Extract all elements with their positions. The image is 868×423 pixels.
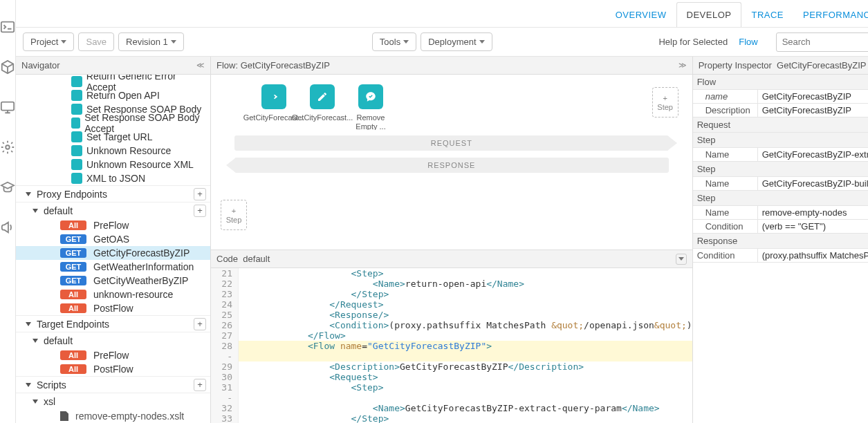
inspector-header: Property Inspector GetCityForecastByZIP … (693, 57, 868, 75)
collapse-flow-icon[interactable]: ≫ (678, 61, 687, 70)
graduate-icon[interactable] (0, 180, 15, 195)
inspector-section: Request (693, 118, 868, 133)
svg-point-2 (6, 145, 10, 149)
svg-rect-1 (1, 102, 14, 111)
policy-item[interactable]: Set Response SOAP Body Accept (16, 116, 210, 130)
svg-rect-0 (1, 22, 14, 32)
flow-row[interactable]: AllPostFlow (16, 301, 210, 315)
add-button[interactable]: + (194, 188, 206, 200)
add-button[interactable]: + (194, 379, 206, 391)
code-line[interactable]: 31 - <Step> (211, 382, 692, 403)
flow-row[interactable]: Allunknown-resource (16, 288, 210, 301)
deployment-dropdown[interactable]: Deployment (421, 32, 492, 51)
policy-icon (71, 90, 82, 101)
save-button[interactable]: Save (78, 32, 114, 51)
megaphone-icon[interactable] (0, 220, 15, 235)
flow-row[interactable]: AllPostFlow (16, 362, 210, 376)
navigator-header: Navigator ≪ (16, 57, 210, 75)
add-button[interactable]: + (194, 318, 206, 330)
monitor-icon[interactable] (0, 100, 15, 115)
code-line[interactable]: 33 </Step> (211, 413, 692, 423)
code-line[interactable]: 21 <Step> (211, 268, 692, 279)
nav-group[interactable]: Proxy Endpoints+ (16, 185, 210, 202)
flow-header: Flow: GetCityForecastByZIP ≫ (211, 57, 692, 75)
code-line[interactable]: 26 <Condition>(proxy.pathsuffix MatchesP… (211, 320, 692, 330)
policy-item[interactable]: Unknown Resource (16, 144, 210, 158)
add-step-response[interactable]: +Step (221, 200, 247, 230)
policy-item[interactable]: Return Generic Error Accept (16, 75, 210, 88)
nav-subgroup[interactable]: default+ (16, 202, 210, 218)
inspector-row: NameGetCityForecastByZIP-build-soap (693, 177, 868, 191)
step-icon (358, 84, 383, 109)
flow-step[interactable]: GetCityForecast... (302, 84, 342, 130)
inspector-section: Step (693, 133, 868, 148)
app-sidebar (0, 0, 16, 423)
code-line[interactable]: 29 <Description>GetCityForecastByZIP</De… (211, 361, 692, 372)
tools-dropdown[interactable]: Tools (372, 32, 416, 51)
flow-row[interactable]: GETGetCityForecastByZIP (16, 246, 210, 260)
inspector-section: Response (693, 234, 868, 249)
flow-step[interactable]: GetCityForecast... (254, 84, 294, 130)
tab-performance[interactable]: PERFORMANCE (793, 3, 868, 27)
policy-icon (71, 118, 80, 129)
flow-row[interactable]: GETGetOAS (16, 232, 210, 246)
flow-step[interactable]: Remove Empty ... (351, 84, 391, 130)
project-dropdown[interactable]: Project (23, 32, 74, 51)
file-icon (60, 411, 68, 421)
request-bar: REQUEST (234, 135, 669, 151)
collapse-icon[interactable]: ≪ (196, 61, 205, 70)
top-tabs: OVERVIEWDEVELOPTRACEPERFORMANCE (16, 0, 868, 28)
code-line[interactable]: 23 </Step> (211, 289, 692, 299)
inspector-section: Step (693, 162, 868, 177)
tab-develop[interactable]: DEVELOP (676, 2, 742, 27)
inspector-section: Flow (693, 75, 868, 90)
script-file[interactable]: remove-empty-nodes.xslt (16, 409, 210, 423)
revision-dropdown[interactable]: Revision 1 (118, 32, 184, 51)
search-box (776, 32, 868, 52)
code-line[interactable]: 24 </Request> (211, 299, 692, 310)
terminal-icon[interactable] (0, 19, 15, 35)
inspector-row: Condition(verb == "GET") (693, 220, 868, 234)
nav-group[interactable]: Target Endpoints+ (16, 315, 210, 332)
search-input[interactable] (776, 32, 868, 52)
code-line[interactable]: 32 <Name>GetCityForecastByZIP-extract-qu… (211, 403, 692, 413)
tab-trace[interactable]: TRACE (741, 3, 793, 27)
nav-subgroup[interactable]: xsl (16, 393, 210, 409)
flow-row[interactable]: GETGetWeatherInformation (16, 260, 210, 274)
package-icon[interactable] (0, 59, 15, 75)
code-header: Code default (211, 250, 692, 268)
flow-row[interactable]: GETGetCityWeatherByZIP (16, 274, 210, 288)
inspector-row: Nameremove-empty-nodes (693, 206, 868, 220)
policy-icon (71, 173, 82, 184)
code-line[interactable]: 30 <Request> (211, 372, 692, 382)
flow-row[interactable]: AllPreFlow (16, 218, 210, 232)
flow-row[interactable]: AllPreFlow (16, 348, 210, 362)
nav-subgroup[interactable]: default (16, 332, 210, 348)
inspector-row: Condition(proxy.pathsuffix MatchesPath "… (693, 249, 868, 263)
code-dropdown-icon[interactable] (676, 254, 687, 265)
nav-group[interactable]: Scripts+ (16, 376, 210, 393)
inspector-row: nameGetCityForecastByZIP (693, 90, 868, 104)
code-line[interactable]: 28 - <Flow name="GetCityForecastByZIP"> (211, 341, 692, 361)
tab-overview[interactable]: OVERVIEW (606, 3, 676, 27)
add-button[interactable]: + (194, 205, 206, 217)
code-line[interactable]: 22 <Name>return-open-api</Name> (211, 279, 692, 289)
inspector-row: DescriptionGetCityForecastByZIP (693, 104, 868, 118)
policy-icon (71, 76, 82, 87)
step-icon (261, 84, 286, 109)
policy-item[interactable]: XML to JSON (16, 171, 210, 185)
add-step-request[interactable]: +Step (652, 87, 678, 118)
policy-item[interactable]: Unknown Resource XML (16, 158, 210, 171)
policy-icon (71, 104, 82, 115)
policy-icon (71, 145, 82, 156)
step-icon (310, 84, 335, 109)
response-bar: RESPONSE (234, 158, 669, 173)
gear-icon[interactable] (0, 140, 15, 155)
code-line[interactable]: 27 </Flow> (211, 330, 692, 341)
policy-icon (71, 159, 82, 170)
policy-icon (71, 131, 82, 142)
inspector-row: NameGetCityForecastByZIP-extract-qu (693, 148, 868, 162)
toolbar: Project Save Revision 1 Tools Deployment… (16, 28, 868, 57)
flow-link[interactable]: Flow (739, 37, 757, 47)
code-line[interactable]: 25 <Response/> (211, 310, 692, 320)
